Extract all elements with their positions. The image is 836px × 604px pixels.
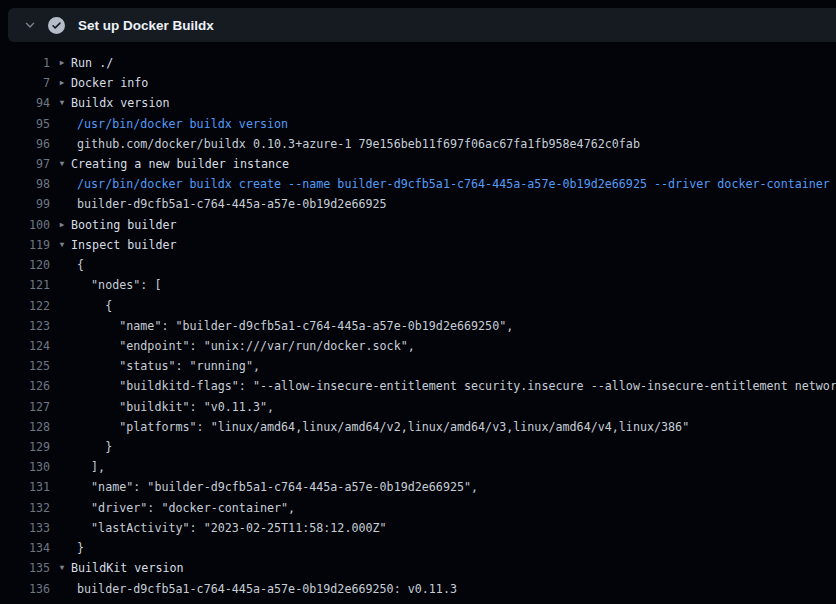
- log-line: 133 "lastActivity": "2023-02-25T11:58:12…: [0, 518, 836, 538]
- log-text: "name": "builder-d9cfb5a1-c764-445a-a57e…: [77, 316, 513, 336]
- log-text: }: [77, 538, 84, 558]
- log-text: Creating a new builder instance: [71, 154, 289, 174]
- line-number[interactable]: 1: [0, 53, 50, 73]
- line-number[interactable]: 128: [0, 417, 50, 437]
- triangle-down-icon: ▼: [57, 558, 67, 578]
- log-line: 120{: [0, 255, 836, 275]
- check-circle-icon: [48, 17, 65, 34]
- log-line: 131 "name": "builder-d9cfb5a1-c764-445a-…: [0, 477, 836, 497]
- line-number[interactable]: 97: [0, 154, 50, 174]
- log-text: "platforms": "linux/amd64,linux/amd64/v2…: [77, 417, 689, 437]
- line-number[interactable]: 98: [0, 174, 50, 194]
- log-text: "driver": "docker-container",: [77, 498, 295, 518]
- step-header[interactable]: Set up Docker Buildx: [8, 8, 836, 42]
- line-number[interactable]: 99: [0, 194, 50, 214]
- line-number[interactable]: 94: [0, 93, 50, 113]
- line-number[interactable]: 121: [0, 275, 50, 295]
- log-viewer: 1▶Run ./7▶Docker info94▼Buildx version95…: [0, 53, 836, 599]
- log-line: 125 "status": "running",: [0, 356, 836, 376]
- log-text: {: [77, 296, 112, 316]
- log-group-line[interactable]: 7▶Docker info: [0, 73, 836, 93]
- log-text: BuildKit version: [71, 558, 184, 578]
- line-number[interactable]: 119: [0, 235, 50, 255]
- log-text: "lastActivity": "2023-02-25T11:58:12.000…: [77, 518, 387, 538]
- triangle-down-icon: ▼: [57, 235, 67, 255]
- log-text: "buildkit": "v0.11.3",: [77, 397, 274, 417]
- line-number[interactable]: 124: [0, 336, 50, 356]
- log-line: 99builder-d9cfb5a1-c764-445a-a57e-0b19d2…: [0, 194, 836, 214]
- log-group-line[interactable]: 1▶Run ./: [0, 53, 836, 73]
- line-number[interactable]: 95: [0, 114, 50, 134]
- log-text: }: [77, 437, 112, 457]
- line-number[interactable]: 125: [0, 356, 50, 376]
- log-group-line[interactable]: 135▼BuildKit version: [0, 558, 836, 578]
- triangle-down-icon: ▼: [57, 154, 67, 174]
- triangle-down-icon: ▼: [57, 93, 67, 113]
- log-line: 129 }: [0, 437, 836, 457]
- log-text: Docker info: [71, 73, 148, 93]
- log-line: 124 "endpoint": "unix:///var/run/docker.…: [0, 336, 836, 356]
- log-text: Booting builder: [71, 215, 177, 235]
- line-number[interactable]: 120: [0, 255, 50, 275]
- line-number[interactable]: 129: [0, 437, 50, 457]
- line-number[interactable]: 96: [0, 134, 50, 154]
- log-text: Inspect builder: [71, 235, 177, 255]
- log-text: ],: [77, 457, 105, 477]
- log-text: /usr/bin/docker buildx create --name bui…: [77, 174, 830, 194]
- log-line: 127 "buildkit": "v0.11.3",: [0, 397, 836, 417]
- log-line: 98/usr/bin/docker buildx create --name b…: [0, 174, 836, 194]
- log-text: "buildkitd-flags": "--allow-insecure-ent…: [77, 376, 836, 396]
- triangle-right-icon: ▶: [57, 73, 67, 93]
- line-number[interactable]: 126: [0, 376, 50, 396]
- step-title: Set up Docker Buildx: [78, 18, 214, 33]
- log-line: 128 "platforms": "linux/amd64,linux/amd6…: [0, 417, 836, 437]
- log-group-line[interactable]: 100▶Booting builder: [0, 215, 836, 235]
- log-line: 132 "driver": "docker-container",: [0, 498, 836, 518]
- line-number[interactable]: 127: [0, 397, 50, 417]
- triangle-right-icon: ▶: [57, 53, 67, 73]
- log-line: 96github.com/docker/buildx 0.10.3+azure-…: [0, 134, 836, 154]
- log-text: /usr/bin/docker buildx version: [77, 114, 288, 134]
- line-number[interactable]: 122: [0, 296, 50, 316]
- chevron-down-icon[interactable]: [22, 17, 38, 33]
- log-line: 121 "nodes": [: [0, 275, 836, 295]
- log-line: 95/usr/bin/docker buildx version: [0, 114, 836, 134]
- log-line: 134}: [0, 538, 836, 558]
- log-line: 122 {: [0, 296, 836, 316]
- log-text: github.com/docker/buildx 0.10.3+azure-1 …: [77, 134, 640, 154]
- line-number[interactable]: 132: [0, 498, 50, 518]
- log-group-line[interactable]: 97▼Creating a new builder instance: [0, 154, 836, 174]
- line-number[interactable]: 130: [0, 457, 50, 477]
- log-group-line[interactable]: 119▼Inspect builder: [0, 235, 836, 255]
- log-line: 126 "buildkitd-flags": "--allow-insecure…: [0, 376, 836, 396]
- log-text: builder-d9cfb5a1-c764-445a-a57e-0b19d2e6…: [77, 194, 387, 214]
- log-line: 123 "name": "builder-d9cfb5a1-c764-445a-…: [0, 316, 836, 336]
- log-group-line[interactable]: 94▼Buildx version: [0, 93, 836, 113]
- log-text: "nodes": [: [77, 275, 161, 295]
- line-number[interactable]: 135: [0, 558, 50, 578]
- line-number[interactable]: 123: [0, 316, 50, 336]
- line-number[interactable]: 134: [0, 538, 50, 558]
- log-text: "status": "running",: [77, 356, 260, 376]
- line-number[interactable]: 133: [0, 518, 50, 538]
- line-number[interactable]: 100: [0, 215, 50, 235]
- log-text: "name": "builder-d9cfb5a1-c764-445a-a57e…: [77, 477, 478, 497]
- log-line: 136builder-d9cfb5a1-c764-445a-a57e-0b19d…: [0, 579, 836, 599]
- log-text: Run ./: [71, 53, 113, 73]
- line-number[interactable]: 131: [0, 477, 50, 497]
- log-text: "endpoint": "unix:///var/run/docker.sock…: [77, 336, 415, 356]
- triangle-right-icon: ▶: [57, 215, 67, 235]
- log-text: builder-d9cfb5a1-c764-445a-a57e-0b19d2e6…: [77, 579, 457, 599]
- line-number[interactable]: 136: [0, 579, 50, 599]
- line-number[interactable]: 7: [0, 73, 50, 93]
- log-text: Buildx version: [71, 93, 170, 113]
- log-text: {: [77, 255, 84, 275]
- log-line: 130 ],: [0, 457, 836, 477]
